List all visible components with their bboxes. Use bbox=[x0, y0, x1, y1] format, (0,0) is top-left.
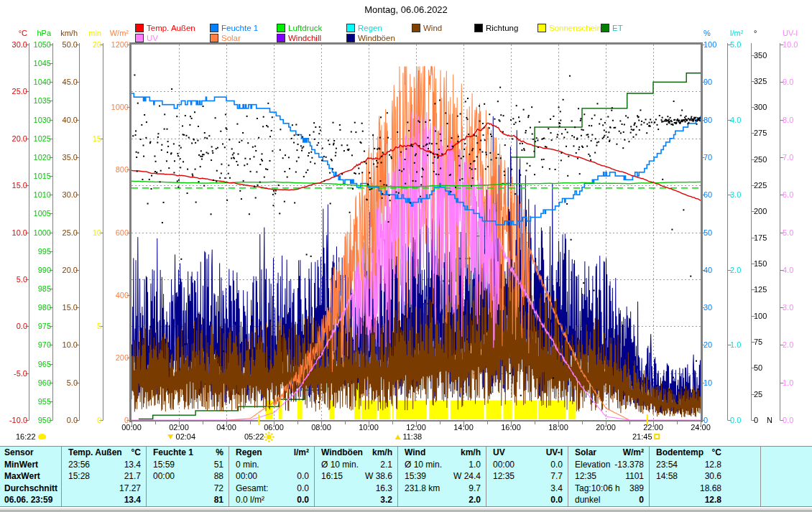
cell-value: 81 bbox=[214, 494, 229, 506]
legend-item-luftdruck: Luftdruck bbox=[277, 24, 322, 32]
axis-tick-label: 995 bbox=[25, 247, 51, 256]
time-axis-label: 02:00 bbox=[163, 423, 195, 432]
cell-time-or-label: 00:00 bbox=[486, 459, 515, 471]
axis-tick-label: 25.0 bbox=[52, 228, 78, 237]
axis-tick-label: 70 bbox=[703, 153, 732, 162]
axis-tick-label: 0.0 bbox=[1, 322, 27, 330]
axis-tick-label: 75 bbox=[754, 338, 783, 346]
cell-value: 3.4 bbox=[550, 483, 568, 495]
chart-title: Montag, 06.06.2022 bbox=[0, 4, 812, 15]
axis-unit-label: % bbox=[703, 29, 732, 37]
cell-value: 0 bbox=[639, 494, 649, 506]
table-cell-row: 00:000.0 bbox=[486, 459, 568, 471]
axis-tick-label: 10.0 bbox=[783, 40, 811, 49]
axis-tick-label: -5.0 bbox=[1, 369, 27, 378]
axis-tick-label: 175 bbox=[754, 233, 783, 242]
table-cell-row: 18.68 bbox=[650, 483, 760, 495]
legend-label: Solar bbox=[221, 34, 241, 42]
legend-swatch-wind bbox=[412, 24, 420, 32]
cell-time-or-label bbox=[147, 483, 153, 495]
axis-tick-label: 15.0 bbox=[52, 303, 78, 312]
time-axis-label: 08:00 bbox=[305, 423, 337, 432]
table-column-regen: Regenl/m²0 min.00:000.0Gesamt:0.00.0 l/m… bbox=[229, 447, 314, 506]
axis-tick-label: 300 bbox=[754, 103, 783, 111]
sensor-name: Wind bbox=[398, 447, 425, 459]
table-cell-row: 12.8 bbox=[650, 494, 760, 506]
table-cell-row: 3.2 bbox=[315, 494, 397, 506]
legend-item-regen: Regen bbox=[346, 24, 382, 32]
arrow-up-icon bbox=[395, 434, 400, 439]
sensor-unit: l/m² bbox=[294, 447, 314, 459]
cell-value: 16.3 bbox=[376, 483, 397, 495]
axis-tick-label: 955 bbox=[25, 397, 51, 406]
legend-swatch-richtung bbox=[474, 24, 483, 32]
table-column-uv: UVUV-I00:000.012:357.73.40.0 bbox=[486, 447, 568, 506]
cell-time-or-label: Ø 10 min. bbox=[315, 459, 359, 471]
axis-unit-label: min bbox=[75, 29, 101, 37]
axis-tick-label: 960 bbox=[25, 378, 51, 387]
moon-icon bbox=[38, 434, 46, 439]
table-row-label: Sensor bbox=[0, 447, 61, 459]
axis-tick-label: 50 bbox=[754, 363, 783, 372]
sensor-name: UV bbox=[486, 447, 505, 459]
cell-time-or-label: 0 min. bbox=[229, 459, 259, 471]
axis-tick-label: 20.0 bbox=[52, 266, 78, 274]
cell-value: 7.7 bbox=[550, 470, 568, 483]
legend-label: Sonnenschein bbox=[549, 24, 601, 32]
axis-unit-label: ° bbox=[754, 29, 783, 37]
axis-tick-label: 0 bbox=[75, 416, 101, 424]
table-row-label: Durchschnitt bbox=[0, 483, 61, 495]
axis-tick-label: 965 bbox=[25, 360, 51, 368]
axis-tick-label: 980 bbox=[25, 303, 51, 312]
cell-time-or-label bbox=[315, 494, 321, 506]
time-axis-label: 22:00 bbox=[637, 423, 669, 432]
table-column-header: SolarW/m² bbox=[568, 447, 649, 459]
astro-marker-sunset: 21:45 bbox=[632, 432, 663, 442]
axis-tick-label: 100 bbox=[703, 40, 732, 49]
time-axis-label: 18:00 bbox=[543, 423, 574, 432]
axis-tick-label: 7.0 bbox=[783, 153, 811, 162]
astro-marker-time: 16:22 bbox=[16, 432, 36, 441]
axis-tick-label: 10.0 bbox=[52, 340, 78, 349]
cell-time-or-label: Elevation bbox=[568, 459, 610, 471]
legend-swatch-sonnenschein bbox=[538, 24, 546, 32]
axis-tick-label: 600 bbox=[103, 228, 129, 237]
sensor-unit: W/m² bbox=[623, 447, 649, 459]
axis-tick-label: 100 bbox=[754, 312, 783, 320]
time-axis-label: 14:00 bbox=[448, 423, 479, 432]
table-column-header: Feuchte 1% bbox=[147, 447, 229, 459]
axis-tick-label: 990 bbox=[25, 266, 51, 274]
table-row-label: MinWert bbox=[0, 459, 61, 471]
cell-time-or-label: 14:58 bbox=[650, 470, 678, 483]
cell-value: 0.0 bbox=[550, 494, 568, 506]
axis-tick-label: 1000 bbox=[25, 228, 51, 237]
table-cell-row: 00:0088 bbox=[147, 470, 229, 483]
table-cell-row: Gesamt:0.0 bbox=[229, 483, 314, 495]
legend-label: Windchill bbox=[288, 34, 321, 42]
cell-time-or-label: 00:00 bbox=[229, 470, 257, 483]
axis-tick-label: 25.0 bbox=[1, 87, 27, 96]
table-cell-row: 23:5613.4 bbox=[62, 459, 146, 471]
legend-label: UV bbox=[147, 34, 158, 42]
cell-value: W 38.6 bbox=[365, 470, 397, 483]
cell-value: 51 bbox=[214, 459, 229, 471]
table-column-header: UVUV-I bbox=[486, 447, 568, 459]
time-axis-label: 20:00 bbox=[590, 423, 622, 432]
axis-tick-label: 5 bbox=[75, 322, 101, 330]
cell-time-or-label: Gesamt: bbox=[229, 483, 268, 495]
table-cell-row: 23:5412.8 bbox=[650, 459, 760, 471]
legend-label: Regen bbox=[358, 24, 382, 32]
axis-tick-label: 10 bbox=[703, 378, 732, 387]
cell-time-or-label: 12:35 bbox=[486, 470, 515, 483]
astro-marker-moon-phase-time: 16:22 bbox=[16, 432, 48, 442]
table-column-bodentemp-5: Bodentemp +5°C23:5412.814:5830.618.6812.… bbox=[649, 447, 760, 506]
axis-tick-label: 325 bbox=[754, 77, 783, 85]
time-axis-label: 16:00 bbox=[495, 423, 527, 432]
sensor-name: Regen bbox=[229, 447, 262, 459]
axis-tick-label: 30.0 bbox=[52, 190, 78, 199]
cell-value: 17.27 bbox=[119, 483, 146, 495]
legend-label: Luftdruck bbox=[288, 24, 322, 32]
legend-item-feuchte-1: Feuchte 1 bbox=[210, 24, 258, 32]
cell-time-or-label: 12:35 bbox=[568, 470, 596, 483]
table-cell-row: 16.3 bbox=[315, 483, 397, 495]
